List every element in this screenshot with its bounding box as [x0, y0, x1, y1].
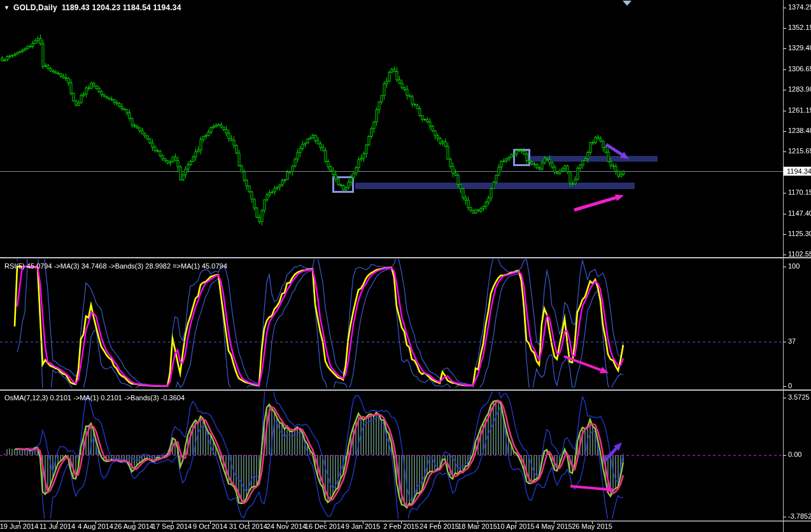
chart-canvas[interactable] — [0, 0, 811, 532]
mt4-chart-window: ▼GOLD,Daily 1189.43 1204.23 1184.54 1194… — [0, 0, 811, 532]
